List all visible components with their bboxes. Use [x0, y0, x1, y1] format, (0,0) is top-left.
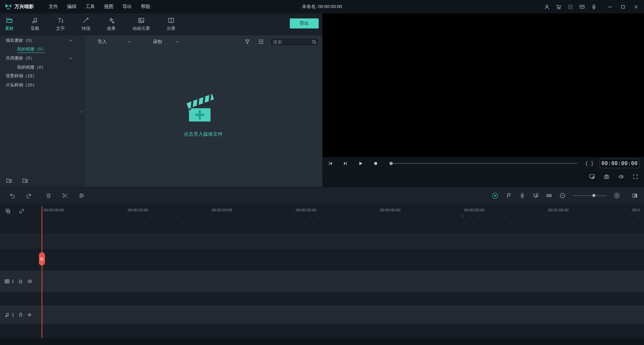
import-chevron-down-icon[interactable]	[127, 40, 132, 44]
zoom-out-icon[interactable]	[559, 193, 566, 199]
tab-transition[interactable]: 转场	[73, 13, 99, 35]
delete-folder-icon[interactable]	[22, 178, 28, 184]
grid-view-icon[interactable]	[258, 39, 264, 45]
sidebar-item[interactable]: 我的相册（0）	[0, 45, 84, 54]
search-icon[interactable]	[312, 40, 317, 45]
lock-track-icon[interactable]	[18, 279, 23, 284]
menu-item[interactable]: 帮助	[141, 4, 150, 10]
timeline-scrollbar-area[interactable]	[0, 338, 644, 345]
record-chevron-down-icon[interactable]	[175, 40, 180, 44]
import-dropdown[interactable]: 导入	[98, 35, 107, 49]
play-icon[interactable]	[358, 161, 363, 166]
volume-icon[interactable]	[618, 174, 624, 180]
menu-item[interactable]: 文件	[49, 4, 58, 10]
tab-media[interactable]: 素材	[0, 13, 22, 35]
menu-item[interactable]: 导出	[122, 4, 132, 10]
app-name: 万兴喵影	[14, 4, 34, 10]
manage-tracks-icon[interactable]	[5, 208, 11, 214]
adjust-properties-icon[interactable]	[78, 193, 85, 199]
panel-layout-icon[interactable]	[632, 193, 638, 199]
store-icon[interactable]	[556, 4, 561, 10]
track-headers: 1 1	[0, 204, 42, 338]
menu-item[interactable]: 视图	[104, 4, 113, 10]
display-settings-icon[interactable]	[589, 174, 595, 180]
window-controls	[607, 4, 639, 9]
media-icon	[6, 17, 13, 24]
chevron-down-icon[interactable]	[68, 56, 73, 61]
zoom-to-fit-icon[interactable]	[546, 193, 552, 199]
minimize-icon[interactable]	[607, 4, 612, 9]
search-input[interactable]	[270, 40, 312, 45]
sidebar-item[interactable]: 我的相册（0）	[0, 63, 84, 72]
record-dropdown[interactable]: 录制	[153, 35, 162, 49]
tab-text[interactable]: 文字	[48, 13, 73, 35]
split-icon	[168, 17, 174, 24]
zoom-in-icon[interactable]	[614, 193, 620, 199]
playhead-handle[interactable]	[39, 252, 45, 266]
next-frame-icon[interactable]	[343, 161, 348, 166]
filter-icon[interactable]	[245, 39, 250, 45]
chevron-down-icon[interactable]	[68, 38, 73, 43]
elements-icon	[138, 17, 145, 24]
asset-tabs-bar: 素材音频文字转场效果动画元素分屏 导出	[0, 13, 322, 35]
sidebar-item[interactable]: 背景样例（15）	[0, 72, 84, 81]
stop-icon[interactable]	[373, 161, 378, 166]
titlebar: 万兴喵影 文件编辑工具视图导出帮助 未命名: 00:00:00:00	[0, 0, 644, 13]
fullscreen-icon[interactable]	[633, 174, 638, 180]
marker-icon[interactable]	[506, 193, 512, 199]
timeline-toolbar	[0, 187, 644, 204]
sidebar-item[interactable]: 片头样例（20）	[0, 81, 84, 90]
sidebar-items: 项目素材（0）我的相册（0）共用素材（0）我的相册（0）背景样例（15）片头样例…	[0, 35, 84, 89]
sidebar-folder-actions	[6, 178, 28, 184]
video-preview-area[interactable]	[322, 13, 644, 157]
sidebar-item[interactable]: 共用素材（0）	[0, 54, 84, 63]
app-window: 万兴喵影 文件编辑工具视图导出帮助 未命名: 00:00:00:00 素材音频文…	[0, 0, 644, 345]
import-media-empty-state[interactable]: 点击导入媒体文件	[84, 91, 322, 137]
toggle-visibility-icon[interactable]	[27, 279, 33, 284]
undo-icon[interactable]	[9, 193, 15, 199]
account-icon[interactable]	[544, 4, 550, 10]
tab-effects[interactable]: 效果	[99, 13, 124, 35]
audio-track-icon	[4, 312, 10, 318]
timeline-zoom-slider[interactable]	[573, 195, 606, 196]
effects-icon	[108, 17, 115, 24]
scrubber-handle[interactable]	[389, 162, 393, 165]
export-button[interactable]: 导出	[290, 18, 319, 28]
redo-icon[interactable]	[26, 193, 32, 199]
close-icon[interactable]	[634, 4, 639, 9]
audio-mixer-icon[interactable]	[533, 193, 539, 199]
tab-split[interactable]: 分屏	[158, 13, 184, 35]
snapshot-icon[interactable]	[604, 174, 609, 180]
save-icon[interactable]	[568, 4, 573, 10]
video-track-icon	[4, 279, 10, 284]
tabs: 素材音频文字转场效果动画元素分屏	[0, 13, 184, 35]
zoom-slider-handle[interactable]	[592, 194, 595, 197]
mark-out-icon[interactable]: }	[591, 160, 593, 166]
previous-frame-icon[interactable]	[328, 161, 333, 166]
download-resources-icon[interactable]	[591, 4, 597, 10]
lock-track-icon[interactable]	[18, 312, 23, 317]
mute-track-icon[interactable]	[27, 312, 33, 318]
tab-audio[interactable]: 音频	[22, 13, 48, 35]
preview-scrubber[interactable]	[389, 163, 578, 164]
playhead[interactable]	[42, 206, 42, 338]
split-icon[interactable]	[62, 193, 68, 199]
delete-icon[interactable]	[46, 193, 52, 199]
mark-in-icon[interactable]: {	[586, 160, 587, 166]
audio-track-lane[interactable]	[0, 305, 644, 324]
add-folder-icon[interactable]	[6, 178, 12, 184]
render-preview-icon[interactable]	[492, 192, 498, 199]
sidebar-item[interactable]: 项目素材（0）	[0, 36, 84, 45]
timeline-ruler[interactable]: 00:00:00:0000:00:10:0000:00:20:0000:00:3…	[42, 206, 644, 218]
link-clips-icon[interactable]	[19, 208, 24, 214]
voiceover-icon[interactable]	[519, 193, 525, 199]
track-lane[interactable]	[0, 234, 644, 249]
maximize-icon[interactable]	[621, 4, 626, 9]
sidebar-collapse-handle[interactable]	[79, 110, 84, 114]
menu-item[interactable]: 工具	[86, 4, 95, 10]
feedback-icon[interactable]	[579, 4, 585, 10]
video-track-number: 1	[12, 279, 14, 284]
menu-item[interactable]: 编辑	[67, 4, 76, 10]
video-track-lane[interactable]	[0, 271, 644, 292]
tab-elements[interactable]: 动画元素	[124, 13, 158, 35]
